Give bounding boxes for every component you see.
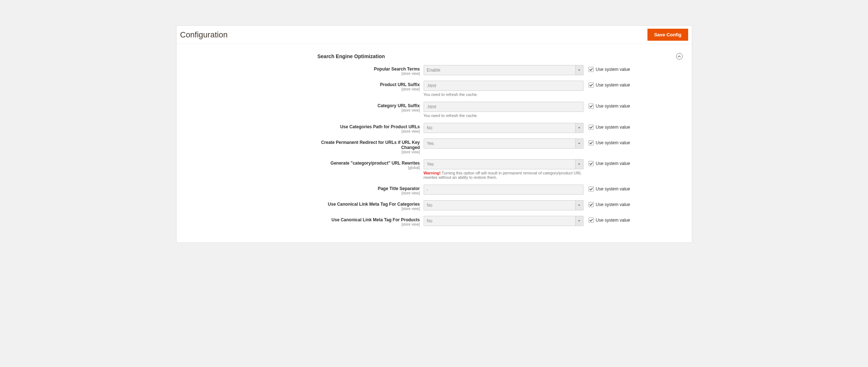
field-note: You need to refresh the cache. [424, 113, 584, 118]
field-canonical-products: Use Canonical Link Meta Tag For Products… [315, 216, 685, 226]
use-system-label: Use system value [596, 218, 630, 223]
use-system-checkbox[interactable] [589, 67, 594, 72]
field-label: Use Categories Path for Product URLs [315, 124, 420, 129]
select-value: Enable [427, 68, 440, 73]
input-value: .html [427, 104, 436, 109]
field-label: Use Canonical Link Meta Tag For Products [315, 217, 420, 222]
select-value: No [427, 218, 432, 223]
warning-label: Warning! [424, 171, 441, 175]
title-separator-input[interactable]: - [424, 185, 584, 195]
warning-text: Turning this option off will result in p… [424, 171, 582, 180]
use-system-label: Use system value [596, 202, 630, 207]
chevron-down-icon [575, 201, 583, 210]
use-system-checkbox[interactable] [589, 104, 594, 109]
chevron-down-icon [575, 160, 583, 169]
select-value: Yes [427, 162, 434, 167]
field-category-url-suffix: Category URL Suffix [store view] .html Y… [315, 102, 685, 118]
page-header: Configuration Save Config [177, 26, 692, 44]
chevron-up-icon[interactable] [676, 53, 683, 60]
categories-path-select[interactable]: No [424, 123, 584, 133]
sidebar-gap [184, 44, 315, 231]
field-generate-rewrites: Generate "category/product" URL Rewrites… [315, 159, 685, 180]
use-system-checkbox[interactable] [589, 82, 594, 88]
page-title: Configuration [180, 30, 228, 40]
field-label: Create Permanent Redirect for URLs if UR… [315, 140, 420, 150]
category-suffix-input[interactable]: .html [424, 102, 584, 112]
generate-rewrites-select[interactable]: Yes [424, 159, 584, 169]
field-scope: [global] [315, 166, 420, 170]
use-system-label: Use system value [596, 104, 630, 109]
use-system-checkbox[interactable] [589, 202, 594, 207]
use-system-label: Use system value [596, 186, 630, 191]
field-scope: [store view] [315, 129, 420, 133]
field-scope: [store view] [315, 191, 420, 195]
input-value: - [427, 187, 428, 192]
use-system-label: Use system value [596, 140, 630, 145]
use-system-label: Use system value [596, 161, 630, 166]
field-label: Product URL Suffix [315, 82, 420, 87]
field-scope: [store view] [315, 207, 420, 211]
use-system-checkbox[interactable] [589, 161, 594, 166]
field-scope: [store view] [315, 87, 420, 91]
section-header-seo[interactable]: Search Engine Optimization [315, 44, 685, 65]
field-label: Popular Search Terms [315, 66, 420, 72]
chevron-down-icon [575, 123, 583, 133]
field-warning-note: Warning! Turning this option off will re… [424, 171, 584, 180]
field-note: You need to refresh the cache. [424, 92, 584, 97]
field-page-title-separator: Page Title Separator [store view] - Use … [315, 185, 685, 195]
use-system-label: Use system value [596, 67, 630, 72]
chevron-down-icon [575, 139, 583, 148]
field-scope: [store view] [315, 72, 420, 76]
field-scope: [store view] [315, 108, 420, 112]
field-permanent-redirect: Create Permanent Redirect for URLs if UR… [315, 138, 685, 154]
popular-search-select[interactable]: Enable [424, 65, 584, 75]
field-scope: [store view] [315, 222, 420, 226]
canonical-products-select[interactable]: No [424, 216, 584, 226]
save-config-button[interactable]: Save Config [647, 29, 688, 41]
use-system-checkbox[interactable] [589, 125, 594, 130]
main-column: Search Engine Optimization Popular Searc… [315, 44, 685, 231]
select-value: No [427, 125, 432, 130]
use-system-label: Use system value [596, 82, 630, 88]
chevron-down-icon [575, 65, 583, 75]
input-value: .html [427, 83, 436, 88]
chevron-down-icon [575, 216, 583, 226]
field-product-url-suffix: Product URL Suffix [store view] .html Yo… [315, 81, 685, 97]
permanent-redirect-select[interactable]: Yes [424, 138, 584, 149]
use-system-label: Use system value [596, 125, 630, 130]
content-area: Search Engine Optimization Popular Searc… [177, 44, 692, 242]
use-system-checkbox[interactable] [589, 218, 594, 223]
config-page: Configuration Save Config Search Engine … [176, 25, 692, 243]
use-system-checkbox[interactable] [589, 140, 594, 145]
product-suffix-input[interactable]: .html [424, 81, 584, 91]
field-scope: [store view] [315, 150, 420, 154]
field-label: Page Title Separator [315, 186, 420, 191]
use-system-checkbox[interactable] [589, 186, 594, 191]
field-label: Category URL Suffix [315, 103, 420, 108]
field-categories-path: Use Categories Path for Product URLs [st… [315, 123, 685, 133]
select-value: No [427, 203, 432, 208]
section-title: Search Engine Optimization [318, 53, 385, 59]
canonical-categories-select[interactable]: No [424, 200, 584, 210]
field-label: Use Canonical Link Meta Tag For Categori… [315, 202, 420, 207]
field-popular-search-terms: Popular Search Terms [store view] Enable… [315, 65, 685, 76]
field-label: Generate "category/product" URL Rewrites [315, 161, 420, 166]
select-value: Yes [427, 141, 434, 146]
field-canonical-categories: Use Canonical Link Meta Tag For Categori… [315, 200, 685, 211]
